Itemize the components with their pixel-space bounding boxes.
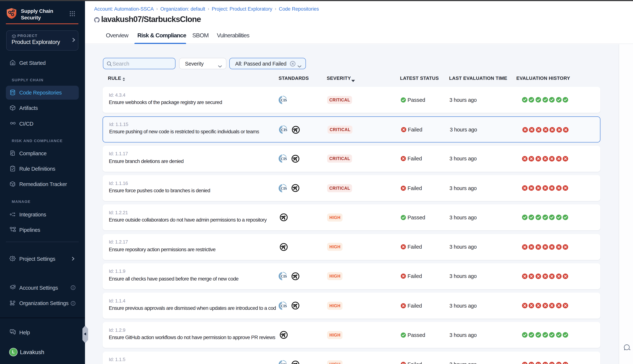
svg-text:CIS: CIS (281, 274, 287, 278)
svg-text:CIS: CIS (281, 362, 287, 364)
svg-text:CIS: CIS (281, 128, 287, 132)
svg-text:CIS: CIS (281, 304, 287, 308)
svg-text:?: ? (11, 330, 13, 332)
svg-text:CIS: CIS (281, 98, 287, 102)
svg-text:CIS: CIS (281, 157, 287, 161)
svg-text:CIS: CIS (281, 186, 287, 190)
